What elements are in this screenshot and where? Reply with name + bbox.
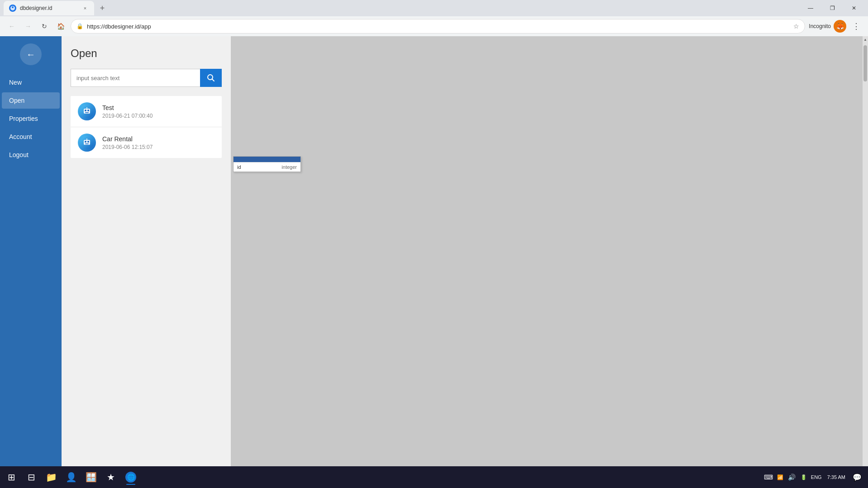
active-indicator [126,484,135,485]
sidebar-open-label: Open [9,97,24,104]
sidebar-item-account[interactable]: Account [2,129,60,145]
project-avatar [78,102,96,120]
sidebar-item-open[interactable]: Open [2,92,60,109]
back-button[interactable]: ← [5,20,18,33]
open-panel: Open [62,36,231,488]
project-list: Test 2019-06-21 07:00:40 [71,96,222,158]
file-explorer-button[interactable]: 📁 [42,468,61,487]
people-button[interactable]: 👤 [62,468,81,487]
svg-line-3 [212,79,215,81]
sidebar-new-label: New [9,79,22,86]
maximize-button[interactable]: ❐ [822,1,843,15]
network-icon[interactable]: 📶 [775,472,786,483]
svg-point-6 [85,110,86,111]
incognito-label: Incognito [809,23,831,29]
column-name: id [237,164,241,170]
clock[interactable]: 7:35 AM [825,474,848,480]
minimize-button[interactable]: — [800,1,821,15]
home-button[interactable]: 🏠 [54,20,67,33]
forward-button[interactable]: → [22,20,34,33]
sidebar-properties-label: Properties [9,115,38,122]
reload-button[interactable]: ↻ [38,20,51,33]
tab-favicon [9,5,16,12]
close-button[interactable]: ✕ [844,1,864,15]
db-table-header [234,157,300,162]
svg-point-12 [85,141,86,143]
time-label: 7:35 AM [827,474,845,480]
tab-close-button[interactable]: × [81,5,89,12]
taskbar-right: ⌨ 📶 🔊 🔋 ENG 7:35 AM 💬 [763,468,866,487]
sys-tray: ⌨ 📶 🔊 🔋 ENG [763,472,823,483]
project-name: Car Rental [102,135,215,143]
column-type: integer [281,164,297,170]
tab-title: dbdesigner.id [20,5,78,11]
svg-point-1 [12,6,14,8]
task-view-button[interactable]: ⊟ [22,468,41,487]
chrome-icon: 🌐 [125,472,136,483]
db-table: id integer [233,156,301,172]
browser-chrome: dbdesigner.id × + — ❐ ✕ ← → ↻ 🏠 🔒 https:… [0,0,868,36]
taskbar: ⊞ ⊟ 📁 👤 🪟 ★ 🌐 ⌨ 📶 🔊 🔋 ENG 7:35 AM 💬 [0,466,868,488]
sidebar-account-label: Account [9,133,32,140]
search-row [71,69,222,87]
svg-rect-15 [86,139,87,140]
start-button[interactable]: ⊞ [2,468,21,487]
sidebar-item-new[interactable]: New [2,74,60,91]
sidebar-item-logout[interactable]: Logout [2,147,60,163]
project-avatar [78,134,96,152]
project-item[interactable]: Test 2019-06-21 07:00:40 [71,96,222,127]
svg-rect-9 [86,107,87,109]
address-bar: ← → ↻ 🏠 🔒 https://dbdesigner.id/app ☆ In… [0,16,868,36]
project-info: Test 2019-06-21 07:00:40 [102,104,215,119]
lock-icon: 🔒 [76,23,83,29]
notes-button[interactable]: ★ [101,468,120,487]
svg-point-7 [87,110,89,111]
language-label: ENG [810,474,823,480]
store-button[interactable]: 🪟 [81,468,100,487]
open-title: Open [71,47,222,60]
browser-menu-button[interactable]: ⋮ [850,20,863,33]
project-date: 2019-06-21 07:00:40 [102,113,215,119]
robot-avatar-icon [80,104,94,119]
battery-icon[interactable]: 🔋 [798,472,809,483]
svg-point-13 [87,141,89,143]
canvas-area[interactable]: id integer ▲ ▼ ▶ [231,36,868,488]
bookmark-icon[interactable]: ☆ [793,23,799,30]
svg-rect-8 [85,112,89,113]
keyboard-icon[interactable]: ⌨ [763,472,774,483]
back-arrow-icon: ← [26,49,35,60]
table-row: id integer [234,162,300,172]
url-text: https://dbdesigner.id/app [87,23,790,30]
main-layout: Test ~ galih19941994 🦊 ← New Open Proper… [0,36,868,488]
window-controls: — ❐ ✕ [800,1,864,15]
search-button[interactable] [200,69,222,87]
search-input[interactable] [71,69,200,87]
project-date: 2019-06-06 12:15:07 [102,144,215,150]
notification-button[interactable]: 💬 [850,468,864,487]
tab-bar: dbdesigner.id × + — ❐ ✕ [0,0,868,16]
project-item[interactable]: Car Rental 2019-06-06 12:15:07 [71,127,222,158]
svg-rect-14 [85,144,89,144]
volume-icon[interactable]: 🔊 [787,472,797,483]
address-field[interactable]: 🔒 https://dbdesigner.id/app ☆ [71,19,805,33]
right-scrollbar[interactable]: ▲ ▼ [863,36,868,488]
project-name: Test [102,104,215,111]
scroll-thumb[interactable] [863,45,867,81]
back-button[interactable]: ← [20,43,42,65]
profile-avatar[interactable]: 🦊 [834,20,846,33]
project-info: Car Rental 2019-06-06 12:15:07 [102,135,215,150]
incognito-area: Incognito 🦊 [809,20,846,33]
active-tab[interactable]: dbdesigner.id × [4,1,94,15]
search-icon [207,74,215,82]
browser-button[interactable]: 🌐 [121,468,140,487]
sidebar-item-properties[interactable]: Properties [2,110,60,127]
scroll-up-arrow[interactable]: ▲ [863,36,868,43]
new-tab-button[interactable]: + [96,2,109,14]
robot-avatar-icon [80,135,94,150]
sidebar: ← New Open Properties Account Logout [0,36,62,488]
sidebar-logout-label: Logout [9,151,29,158]
